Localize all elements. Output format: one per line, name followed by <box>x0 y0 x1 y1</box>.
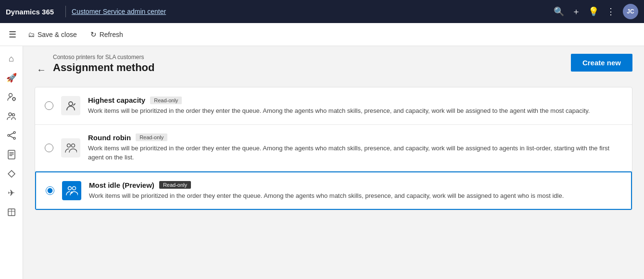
refresh-button[interactable]: ↻ Refresh <box>86 27 128 42</box>
option-title-row-most-idle: Most idle (Preview) Read-only <box>89 181 621 189</box>
option-title-row-round-robin: Round robin Read-only <box>88 133 622 142</box>
radio-highest-capacity[interactable] <box>45 101 53 110</box>
icon-round-robin <box>61 138 80 158</box>
sidebar-item-plane[interactable]: ✈ <box>3 184 20 202</box>
save-icon: 🗂 <box>28 31 35 38</box>
option-desc-round-robin: Work items will be prioritized in the or… <box>88 144 622 162</box>
hamburger-button[interactable]: ☰ <box>6 26 19 43</box>
option-row-most-idle: Most idle (Preview) Read-only Work items… <box>35 171 632 210</box>
page-header-left: ← Contoso printers for SLA customers Ass… <box>35 54 154 77</box>
sidebar-item-share[interactable] <box>3 127 20 144</box>
add-icon[interactable]: ＋ <box>572 6 581 17</box>
svg-point-2 <box>9 113 12 116</box>
option-row-round-robin: Round robin Read-only Work items will be… <box>35 125 632 171</box>
option-desc-most-idle: Work items will be prioritized in the or… <box>89 191 621 201</box>
option-title-highest-capacity: Highest capacity <box>88 96 145 104</box>
more-icon[interactable]: ⋮ <box>606 6 615 17</box>
svg-rect-7 <box>8 150 15 159</box>
svg-point-11 <box>69 102 73 106</box>
badge-round-robin: Read-only <box>136 133 167 141</box>
back-button[interactable]: ← <box>35 62 48 77</box>
page-header: ← Contoso printers for SLA customers Ass… <box>35 54 632 77</box>
options-container: Highest capacity Read-only Work items wi… <box>35 87 632 210</box>
save-close-button[interactable]: 🗂 Save & close <box>23 28 82 41</box>
option-row-highest-capacity: Highest capacity Read-only Work items wi… <box>35 87 632 125</box>
top-nav: Dynamics 365 Customer Service admin cent… <box>0 0 644 23</box>
option-content-most-idle: Most idle (Preview) Read-only Work items… <box>89 181 621 201</box>
sidebar-item-rocket[interactable]: 🚀 <box>3 69 20 86</box>
sidebar-item-people[interactable] <box>3 108 20 125</box>
refresh-icon: ↻ <box>90 30 97 39</box>
avatar[interactable]: JC <box>623 4 638 19</box>
svg-point-12 <box>67 144 71 147</box>
badge-highest-capacity: Read-only <box>150 97 182 104</box>
lightbulb-icon[interactable]: 💡 <box>588 6 599 17</box>
option-content-highest-capacity: Highest capacity Read-only Work items wi… <box>88 96 622 116</box>
svg-point-5 <box>13 132 15 133</box>
main-layout: ⌂ 🚀 <box>0 46 644 279</box>
brand-area: Dynamics 365 Customer Service admin cent… <box>6 6 166 17</box>
sidebar-item-document[interactable] <box>3 146 20 163</box>
svg-point-13 <box>72 144 75 147</box>
svg-point-4 <box>8 134 10 136</box>
create-new-button[interactable]: Create new <box>571 54 632 72</box>
content-area: ← Contoso printers for SLA customers Ass… <box>23 46 644 279</box>
page-title-group: Contoso printers for SLA customers Assig… <box>53 54 154 74</box>
icon-highest-capacity <box>61 96 80 115</box>
badge-most-idle: Read-only <box>159 181 191 189</box>
page-title: Assignment method <box>53 61 154 74</box>
svg-point-3 <box>12 114 14 116</box>
toolbar: ☰ 🗂 Save & close ↻ Refresh <box>0 23 644 46</box>
sidebar-item-person-settings[interactable] <box>3 88 20 106</box>
app-name-link[interactable]: Customer Service admin center <box>72 8 166 15</box>
radio-round-robin[interactable] <box>45 144 53 152</box>
icon-most-idle <box>62 181 81 200</box>
option-title-row-highest-capacity: Highest capacity Read-only <box>88 96 622 104</box>
breadcrumb: Contoso printers for SLA customers <box>53 54 154 61</box>
option-title-round-robin: Round robin <box>88 133 131 142</box>
option-title-most-idle: Most idle (Preview) <box>89 181 154 189</box>
sidebar-item-home[interactable]: ⌂ <box>3 50 20 67</box>
top-nav-actions: 🔍 ＋ 💡 ⋮ JC <box>554 4 638 19</box>
svg-point-15 <box>73 186 76 190</box>
svg-point-14 <box>68 186 72 190</box>
svg-point-0 <box>9 94 12 97</box>
option-desc-highest-capacity: Work items will be prioritized in the or… <box>88 106 622 116</box>
sidebar-item-box[interactable] <box>3 204 20 221</box>
search-icon[interactable]: 🔍 <box>554 6 564 17</box>
radio-most-idle[interactable] <box>46 186 54 195</box>
sidebar-item-diamond[interactable] <box>3 165 20 182</box>
sidebar: ⌂ 🚀 <box>0 46 23 279</box>
svg-point-6 <box>13 137 15 139</box>
nav-divider <box>65 6 66 17</box>
brand-name: Dynamics 365 <box>6 8 60 16</box>
option-content-round-robin: Round robin Read-only Work items will be… <box>88 133 622 162</box>
